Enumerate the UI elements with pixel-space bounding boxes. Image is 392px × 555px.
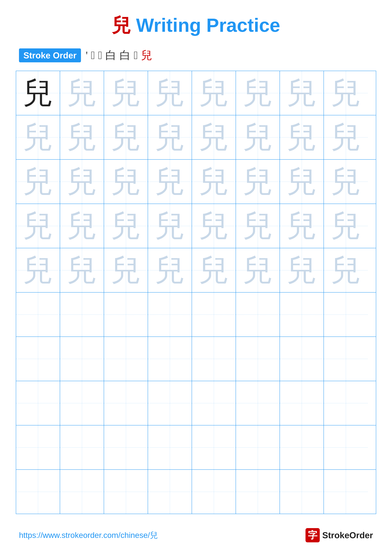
practice-char: 兒 [155, 122, 185, 152]
grid-cell[interactable]: 兒 [60, 160, 104, 204]
grid-cell[interactable] [280, 381, 324, 425]
grid-cell[interactable] [148, 381, 192, 425]
grid-cell[interactable] [104, 292, 148, 336]
practice-char: 兒 [67, 255, 97, 285]
grid-cell[interactable]: 兒 [280, 115, 324, 159]
grid-cell[interactable]: 兒 [236, 160, 280, 204]
grid-cell[interactable] [192, 425, 236, 469]
grid-cell[interactable] [148, 425, 192, 469]
footer-url[interactable]: https://www.strokeorder.com/chinese/兒 [19, 530, 158, 540]
practice-char: 兒 [199, 122, 229, 152]
grid-cell[interactable] [324, 425, 368, 469]
grid-cell[interactable] [104, 381, 148, 425]
practice-char: 兒 [243, 78, 273, 108]
grid-cell[interactable] [60, 381, 104, 425]
grid-cell[interactable]: 兒 [16, 115, 60, 159]
grid-cell[interactable] [324, 292, 368, 336]
grid-cell[interactable] [236, 470, 280, 514]
grid-cell[interactable] [280, 425, 324, 469]
grid-cell[interactable] [324, 470, 368, 514]
practice-char: 兒 [23, 167, 53, 197]
grid-cell[interactable] [280, 470, 324, 514]
grid-cell[interactable] [148, 337, 192, 381]
grid-cell[interactable]: 兒 [280, 204, 324, 248]
grid-cell[interactable] [280, 337, 324, 381]
grid-cell[interactable] [16, 292, 60, 336]
grid-cell[interactable]: 兒 [60, 115, 104, 159]
grid-cell[interactable] [236, 425, 280, 469]
grid-cell[interactable] [60, 292, 104, 336]
grid-cell[interactable]: 兒 [236, 248, 280, 292]
grid-cell[interactable] [16, 470, 60, 514]
grid-cell[interactable]: 兒 [148, 115, 192, 159]
grid-row [16, 337, 376, 381]
grid-cell[interactable] [60, 337, 104, 381]
grid-cell[interactable] [280, 292, 324, 336]
grid-cell[interactable]: 兒 [236, 115, 280, 159]
grid-cell[interactable]: 兒 [280, 71, 324, 115]
practice-char: 兒 [23, 78, 53, 108]
grid-cell[interactable]: 兒 [60, 71, 104, 115]
grid-cell[interactable] [236, 292, 280, 336]
grid-cell[interactable] [192, 470, 236, 514]
grid-cell[interactable]: 兒 [148, 160, 192, 204]
grid-cell[interactable]: 兒 [192, 160, 236, 204]
practice-char: 兒 [23, 255, 53, 285]
practice-char: 兒 [287, 255, 317, 285]
practice-char: 兒 [199, 78, 229, 108]
grid-cell[interactable]: 兒 [324, 115, 368, 159]
practice-char: 兒 [111, 255, 141, 285]
grid-cell[interactable]: 兒 [104, 115, 148, 159]
grid-cell[interactable]: 兒 [324, 204, 368, 248]
grid-cell[interactable] [148, 292, 192, 336]
grid-cell[interactable]: 兒 [148, 71, 192, 115]
stroke-3: 𠃊 [98, 49, 102, 62]
grid-cell[interactable]: 兒 [236, 204, 280, 248]
grid-cell[interactable] [236, 381, 280, 425]
grid-cell[interactable]: 兒 [16, 160, 60, 204]
grid-cell[interactable]: 兒 [148, 248, 192, 292]
grid-cell[interactable] [104, 470, 148, 514]
grid-cell[interactable]: 兒 [16, 204, 60, 248]
grid-cell[interactable] [104, 337, 148, 381]
grid-cell[interactable]: 兒 [280, 160, 324, 204]
grid-cell[interactable] [60, 425, 104, 469]
grid-cell[interactable]: 兒 [104, 71, 148, 115]
grid-cell[interactable]: 兒 [192, 248, 236, 292]
grid-cell[interactable]: 兒 [104, 248, 148, 292]
grid-cell[interactable] [104, 425, 148, 469]
grid-cell[interactable] [16, 337, 60, 381]
grid-cell[interactable] [192, 292, 236, 336]
grid-cell[interactable] [192, 337, 236, 381]
grid-row: 兒兒兒兒兒兒兒兒 [16, 71, 376, 115]
grid-cell[interactable]: 兒 [192, 71, 236, 115]
grid-cell[interactable] [148, 470, 192, 514]
grid-cell[interactable] [236, 337, 280, 381]
grid-cell[interactable]: 兒 [60, 204, 104, 248]
grid-row [16, 381, 376, 425]
grid-cell[interactable]: 兒 [192, 115, 236, 159]
grid-cell[interactable]: 兒 [148, 204, 192, 248]
grid-cell[interactable]: 兒 [280, 248, 324, 292]
grid-cell[interactable]: 兒 [104, 204, 148, 248]
grid-cell[interactable]: 兒 [324, 71, 368, 115]
page-title: 兒 Writing Practice [0, 0, 392, 48]
grid-cell[interactable]: 兒 [324, 160, 368, 204]
practice-char: 兒 [243, 122, 273, 152]
grid-cell[interactable]: 兒 [192, 204, 236, 248]
grid-cell[interactable]: 兒 [16, 248, 60, 292]
grid-cell[interactable] [324, 337, 368, 381]
grid-cell[interactable] [192, 381, 236, 425]
grid-cell[interactable] [16, 381, 60, 425]
grid-cell[interactable] [16, 425, 60, 469]
grid-cell[interactable] [60, 470, 104, 514]
grid-cell[interactable]: 兒 [104, 160, 148, 204]
grid-cell[interactable]: 兒 [236, 71, 280, 115]
grid-cell[interactable]: 兒 [60, 248, 104, 292]
title-text: Writing Practice [131, 15, 280, 36]
practice-char: 兒 [111, 122, 141, 152]
stroke-1: ' [86, 49, 88, 62]
grid-cell[interactable]: 兒 [16, 71, 60, 115]
grid-cell[interactable] [324, 381, 368, 425]
grid-cell[interactable]: 兒 [324, 248, 368, 292]
